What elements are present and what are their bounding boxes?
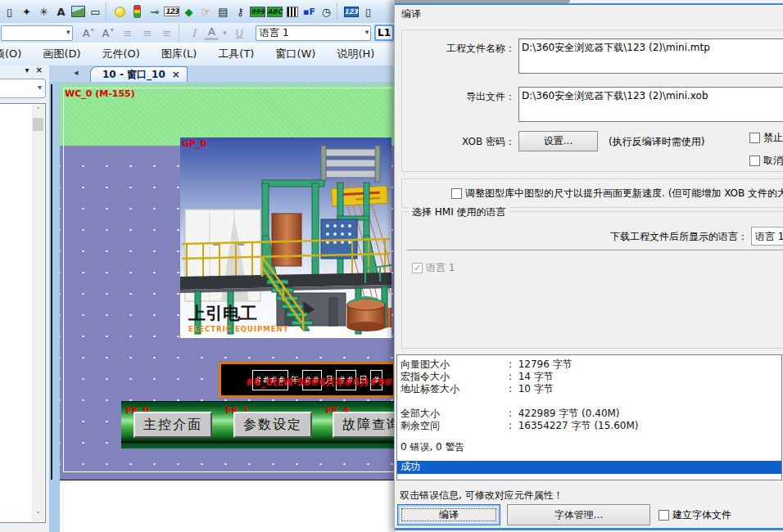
project-file-field[interactable]: D:\360安全浏览器下载\123 (2)\mini.mtp — [518, 38, 783, 74]
main-toolbar: ▯ ✦ ✳ A ▭ ⊸ 123 ◆ ☞ ▤ ⚷ 999 ABC ▪F ◷ 123… — [0, 0, 394, 23]
resize-checkbox-row: 调整图型库中图型的尺寸以提升画面更新速度. (但可能增加 XOB 文件的大 — [451, 187, 783, 201]
key-icon[interactable]: ⚷ — [232, 2, 249, 20]
function-f-icon[interactable]: ▪F — [301, 2, 318, 20]
align-center-icon[interactable]: ≡ — [138, 27, 157, 39]
tab-bar: ◂ 10 - 窗口_10 × — [49, 65, 394, 82]
panel-close-icon[interactable]: × — [36, 65, 43, 78]
canvas-margin — [60, 480, 394, 532]
menu-help[interactable]: 说明(H) — [337, 47, 374, 61]
italic-icon[interactable]: I — [184, 27, 204, 39]
align-left-icon[interactable]: ≡ — [118, 27, 138, 39]
menubar: 项(O) 画图(D) 元件(O) 图库(L) 工具(T) 窗口(W) 说明(H) — [0, 43, 394, 65]
panel-list[interactable]: ˄ ˅ — [0, 103, 46, 523]
fk-button-main[interactable]: 主控介面 — [134, 412, 212, 438]
scroll-down-icon[interactable]: ˅ — [32, 509, 44, 521]
language-combo[interactable]: 语言 1 ▾ — [256, 25, 371, 41]
l1-language-button[interactable]: L1 — [374, 25, 394, 41]
menu-tools[interactable]: 工具(T) — [218, 47, 254, 61]
shape-cut-icon[interactable]: ▯ — [1, 2, 18, 20]
forbid-decompile-checkbox-row: 禁止反 — [749, 131, 783, 145]
format-toolbar: ▾ A˄ A˅ ≡ ≡ ≡ I A ▾ U 语言 1 ▾ L1 — [0, 23, 394, 43]
language-combo-value: 语言 1 — [260, 26, 288, 40]
scroll-up-icon[interactable]: ˄ — [32, 105, 44, 117]
keypad-123-icon[interactable]: 123 — [342, 2, 360, 20]
barcode-icon[interactable] — [283, 2, 301, 20]
panel-collapse-icon[interactable]: ▾ — [25, 65, 29, 78]
resize-option-group: 调整图型库中图型的尺寸以提升画面更新速度. (但可能增加 XOB 文件的大 — [401, 178, 783, 208]
brand-caption-cn: 上引电工 — [188, 304, 257, 323]
fk-button-params[interactable]: 参数设定 — [233, 412, 312, 438]
forbid-decompile-checkbox[interactable] — [749, 133, 760, 143]
picture-icon[interactable] — [70, 2, 87, 20]
stat-total-size: 全部大小: 422989 字节 (0.40M) — [401, 408, 781, 420]
edge-cut-icon[interactable]: ▯ — [360, 2, 377, 20]
led-999-icon[interactable]: 999 — [249, 2, 266, 20]
scroll-thumb[interactable] — [33, 118, 43, 131]
font-smaller-icon[interactable]: A˅ — [98, 27, 118, 39]
equipment-picture-element[interactable]: 上引电工 ELECTRIC EQUIPMENT GP_0 — [180, 138, 392, 338]
star-icon[interactable]: ✦ — [18, 2, 35, 20]
traffic-light-icon[interactable] — [129, 2, 146, 20]
export-file-field[interactable]: D:\360安全浏览器下载\123 (2)\mini.xob — [518, 87, 783, 122]
compile-success-row[interactable]: 成功 — [397, 461, 782, 474]
stat-macro-size: 宏指令大小: 14 字节 — [401, 371, 781, 383]
fk-button-faults[interactable]: 故障查询 — [333, 412, 394, 438]
tab-window-10[interactable]: 10 - 窗口_10 × — [90, 66, 188, 82]
language-group: 选择 HMI 使用的语言 下载工程文件后所显示的语言： 语言 1 ✓ 语言 1 — [401, 211, 783, 349]
tab-close-icon[interactable]: × — [172, 69, 180, 80]
compile-button[interactable]: 编译 — [397, 504, 500, 525]
resize-checkbox[interactable] — [451, 188, 462, 199]
stat-addresstag-size: 地址标签大小: 10 字节 — [401, 383, 781, 395]
underline-icon[interactable]: U — [229, 27, 249, 39]
language1-checkbox-row: ✓ 语言 1 — [412, 261, 455, 275]
build-font-checkbox-row: 建立字体文件 — [659, 508, 731, 522]
panel-scrollbar[interactable]: ˄ ˅ — [32, 105, 44, 521]
message-board-icon[interactable]: ▤ — [215, 2, 232, 20]
compile-result-list[interactable]: 向量图大小: 12796 字节 宏指令大小: 14 字节 地址标签大小: 10 … — [396, 354, 782, 480]
download-language-combo[interactable]: 语言 1 — [751, 227, 783, 246]
font-bigger-icon[interactable]: A˄ — [79, 27, 99, 39]
panel-filter-combo[interactable]: ▾ — [0, 79, 46, 98]
font-manage-button[interactable]: 字体管理... — [507, 504, 650, 525]
toggle-switch-icon[interactable]: ⊸ — [146, 2, 163, 20]
element-tag-overlay: #6_0(LW-90#6)(年#6月#9#)(4 本地 — [246, 376, 394, 390]
resize-checkbox-label: 调整图型库中图型的尺寸以提升画面更新速度. (但可能增加 XOB 文件的大 — [465, 187, 783, 201]
touch-hand-icon[interactable]: ☞ — [197, 2, 215, 20]
xob-password-set-button[interactable]: 设置... — [518, 131, 598, 151]
build-font-checkbox[interactable] — [659, 510, 669, 521]
menu-parts[interactable]: 元件(O) — [102, 47, 140, 61]
chevron-down-icon: ▾ — [365, 28, 369, 36]
build-font-label: 建立字体文件 — [672, 508, 731, 522]
tab-scroll-left-icon[interactable]: ◂ — [74, 67, 79, 78]
xob-password-label: XOB 密码： — [410, 135, 515, 149]
green-diamond-icon[interactable]: ◆ — [180, 2, 197, 20]
menu-library[interactable]: 图库(L) — [161, 47, 197, 61]
double-click-hint: 双击错误信息, 可修改对应元件属性！ — [400, 489, 563, 503]
font-color-dropdown-icon[interactable]: ▾ — [220, 29, 229, 37]
dialog-title: 编译 — [401, 7, 421, 21]
cancel-h-checkbox-row: 取消 H — [749, 154, 783, 168]
hmi-window-canvas[interactable]: WC_0 (M-155) — [60, 84, 394, 480]
scale-meter-icon[interactable]: ✳ — [35, 2, 52, 20]
language1-checkbox: ✓ — [412, 263, 423, 273]
cancel-h-label: 取消 H — [763, 154, 783, 168]
export-file-label: 导出文件： — [410, 90, 515, 104]
chevron-down-icon: ▾ — [38, 83, 42, 92]
rectangle-icon[interactable]: ▭ — [87, 2, 104, 20]
led-abc-icon[interactable]: ABC — [266, 2, 283, 20]
toolbar-separator — [106, 3, 110, 20]
menu-window[interactable]: 窗口(W) — [275, 47, 315, 61]
cancel-h-checkbox[interactable] — [749, 156, 760, 166]
menu-draw[interactable]: 画图(D) — [43, 47, 80, 61]
align-right-icon[interactable]: ≡ — [157, 27, 177, 39]
numeric-entry-icon[interactable]: 123 — [163, 2, 180, 20]
clock-icon[interactable]: ◷ — [318, 2, 335, 20]
datetime-display-element[interactable]: #### 年 ## 月 ## 日 # #6_0(LW-90#6)(年#6月#9#… — [219, 362, 394, 398]
download-language-label: 下载工程文件后所显示的语言： — [525, 230, 748, 244]
lamp-icon[interactable] — [111, 2, 129, 20]
text-label-icon[interactable]: A — [52, 2, 70, 20]
font-combo[interactable]: ▾ — [1, 25, 73, 41]
menu-options[interactable]: 项(O) — [0, 47, 21, 61]
font-color-icon[interactable]: A — [205, 25, 218, 40]
language1-label: 语言 1 — [426, 261, 455, 275]
